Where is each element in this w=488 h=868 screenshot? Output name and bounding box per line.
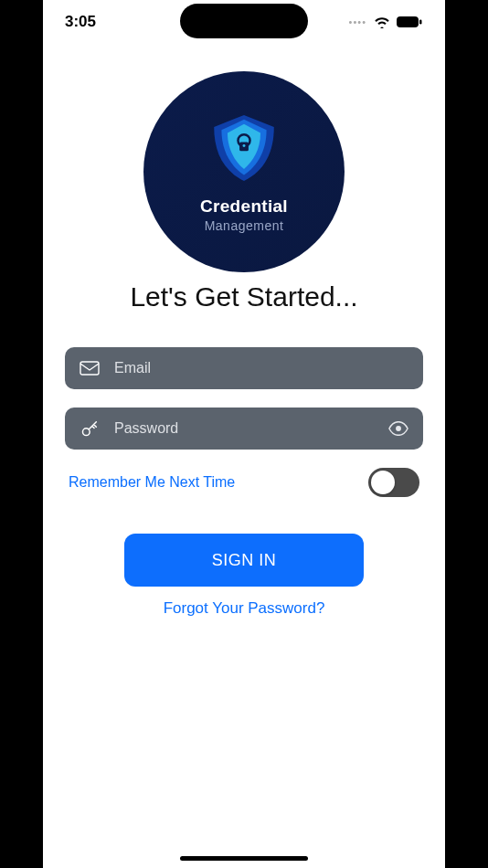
- status-bar: 3:05 ••••: [43, 0, 445, 44]
- status-time: 3:05: [65, 13, 96, 31]
- remember-label: Remember Me Next Time: [69, 474, 235, 491]
- battery-icon: [396, 16, 423, 28]
- home-indicator[interactable]: [180, 856, 308, 861]
- dynamic-island: [180, 4, 308, 38]
- cellular-icon: ••••: [349, 16, 366, 27]
- brand-subtitle: Management: [205, 218, 284, 233]
- remember-row: Remember Me Next Time: [65, 468, 423, 497]
- app-logo: Credential Management: [143, 71, 345, 272]
- email-row[interactable]: [65, 347, 423, 389]
- phone-screen: 3:05 ••••: [43, 0, 445, 868]
- svg-rect-0: [397, 16, 419, 27]
- login-form: Remember Me Next Time SIGN IN Forgot You…: [61, 347, 427, 618]
- mail-icon: [80, 358, 100, 378]
- shield-icon: [207, 111, 281, 185]
- page-heading: Let's Get Started...: [130, 281, 357, 312]
- svg-point-4: [243, 144, 246, 147]
- svg-rect-1: [419, 20, 422, 25]
- password-row[interactable]: [65, 408, 423, 450]
- svg-point-7: [396, 426, 401, 431]
- status-right: ••••: [349, 16, 423, 28]
- eye-icon[interactable]: [388, 418, 408, 439]
- wifi-icon: [374, 16, 390, 28]
- brand-title: Credential: [200, 196, 288, 217]
- email-input[interactable]: [114, 360, 408, 376]
- content: Credential Management Let's Get Started.…: [43, 44, 445, 618]
- remember-toggle[interactable]: [368, 468, 419, 497]
- password-input[interactable]: [114, 420, 374, 437]
- key-icon: [80, 418, 100, 439]
- toggle-knob: [371, 471, 395, 494]
- signin-button[interactable]: SIGN IN: [124, 534, 364, 587]
- forgot-password-link[interactable]: Forgot Your Password?: [65, 599, 423, 618]
- svg-rect-5: [80, 362, 99, 375]
